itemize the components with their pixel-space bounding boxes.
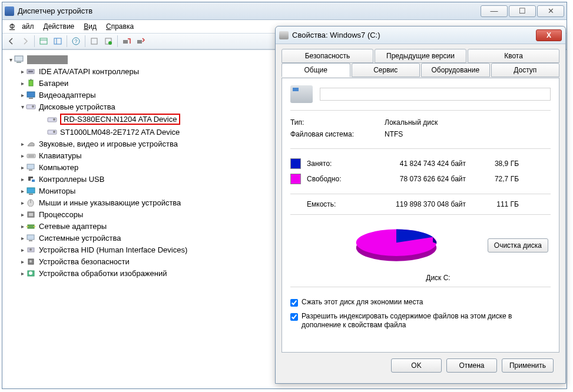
device-manager-titlebar[interactable]: Диспетчер устройств — ☐ ✕ — [2, 2, 567, 20]
svg-rect-15 — [29, 80, 33, 86]
svg-rect-32 — [29, 194, 33, 195]
used-gb: 38,9 ГБ — [478, 160, 519, 168]
svg-rect-12 — [16, 62, 21, 63]
compress-checkbox[interactable] — [290, 299, 298, 307]
properties-titlebar[interactable]: Свойства: Windows7 (C:) X — [276, 26, 565, 44]
type-value: Локальный диск — [385, 118, 438, 127]
svg-rect-41 — [29, 240, 32, 241]
category-label: Мониторы — [39, 187, 75, 195]
free-bytes: 78 073 626 624 байт — [372, 175, 478, 183]
compress-label[interactable]: Сжать этот диск для экономии места — [302, 298, 423, 307]
back-button[interactable] — [5, 35, 18, 48]
category-label: Мыши и иные указывающие устройства — [39, 198, 181, 207]
used-label: Занято: — [307, 160, 372, 168]
category-label: Системные устройства — [39, 234, 121, 242]
toolbar-icon-1[interactable] — [37, 35, 50, 48]
category-icon — [26, 198, 37, 207]
category-label: Клавиатуры — [39, 151, 82, 160]
svg-rect-9 — [123, 40, 128, 44]
svg-rect-37 — [28, 225, 34, 228]
svg-point-20 — [32, 105, 34, 108]
filesystem-value: NTFS — [385, 130, 403, 138]
apply-button[interactable]: Применить — [502, 358, 554, 373]
svg-point-45 — [29, 260, 32, 263]
svg-rect-25 — [27, 154, 35, 158]
category-icon — [26, 210, 37, 219]
category-label: Дисковые устройства — [39, 102, 115, 111]
toolbar-icon-4[interactable] — [88, 35, 101, 48]
used-bytes: 41 824 743 424 байт — [372, 160, 478, 168]
properties-close-button[interactable]: X — [536, 29, 562, 41]
menu-file[interactable]: ФФайлайл — [6, 21, 38, 32]
cancel-button[interactable]: Отмена — [446, 358, 497, 373]
category-label: Контроллеры USB — [39, 175, 104, 184]
category-icon — [26, 221, 37, 231]
category-label: Сетевые адаптеры — [39, 222, 107, 231]
drive-name-input[interactable] — [320, 88, 551, 101]
disk-usage-pie-chart — [343, 223, 449, 264]
menu-view[interactable]: Вид — [80, 21, 100, 32]
svg-point-43 — [29, 248, 32, 251]
category-label: Звуковые, видео и игровые устройства — [39, 139, 178, 148]
toolbar-icon-2[interactable] — [51, 35, 64, 48]
category-label: Компьютер — [39, 163, 78, 172]
maximize-button[interactable]: ☐ — [509, 5, 536, 17]
disk-label: Диск C: — [290, 274, 551, 282]
svg-rect-31 — [27, 188, 35, 193]
tab[interactable]: Общие — [281, 63, 350, 77]
type-label: Тип: — [290, 118, 385, 127]
device-manager-title: Диспетчер устройств — [18, 6, 481, 15]
category-icon — [26, 174, 37, 184]
device-manager-icon — [5, 6, 14, 16]
svg-rect-39 — [34, 226, 35, 227]
svg-point-8 — [108, 41, 112, 45]
category-icon — [26, 151, 37, 160]
category-label: Батареи — [39, 79, 68, 88]
tab[interactable]: Предыдущие версии — [375, 49, 466, 63]
toolbar-icon-5[interactable] — [102, 35, 115, 48]
category-icon — [26, 162, 37, 172]
close-button[interactable]: ✕ — [537, 5, 564, 17]
toolbar-icon-6[interactable] — [120, 35, 133, 48]
svg-rect-36 — [29, 213, 33, 216]
tab[interactable]: Безопасность — [281, 49, 373, 63]
category-label: Устройства безопасности — [39, 257, 130, 266]
minimize-button[interactable]: — — [481, 5, 508, 17]
properties-title: Свойства: Windows7 (C:) — [292, 31, 536, 39]
svg-rect-14 — [28, 71, 33, 72]
index-checkbox[interactable] — [290, 313, 298, 321]
svg-point-24 — [53, 131, 55, 133]
tab[interactable]: Доступ — [491, 63, 560, 77]
category-label: Видеоадаптеры — [39, 91, 96, 99]
menu-action[interactable]: Действие — [40, 21, 78, 32]
category-label: Процессоры — [39, 210, 83, 219]
index-label[interactable]: Разрешить индексировать содержимое файло… — [302, 312, 551, 330]
tab[interactable]: Оборудование — [421, 63, 490, 77]
category-icon — [26, 233, 37, 242]
svg-rect-29 — [29, 170, 32, 171]
properties-window: Свойства: Windows7 (C:) X БезопасностьПр… — [275, 26, 566, 384]
disk-cleanup-button[interactable]: Очистка диска — [488, 238, 548, 253]
menu-help[interactable]: Справка — [102, 21, 137, 32]
category-icon — [26, 268, 37, 278]
tab[interactable]: Сервис — [352, 63, 420, 77]
free-gb: 72,7 ГБ — [478, 175, 519, 183]
capacity-gb: 111 ГБ — [478, 200, 519, 208]
toolbar-icon-7[interactable] — [134, 35, 147, 48]
svg-rect-40 — [27, 235, 34, 240]
tree-root-label: X — [27, 55, 68, 64]
forward-button[interactable] — [19, 35, 32, 48]
svg-rect-6 — [91, 38, 97, 44]
category-label: Устройства HID (Human Interface Devices) — [39, 245, 187, 254]
category-icon — [26, 257, 37, 266]
svg-text:?: ? — [74, 38, 77, 44]
category-icon — [26, 67, 37, 76]
tab[interactable]: Квота — [468, 49, 559, 63]
help-icon[interactable]: ? — [69, 35, 82, 48]
free-label: Свободно: — [307, 175, 372, 183]
computer-icon — [14, 55, 25, 64]
free-color-swatch — [290, 174, 301, 184]
category-icon — [26, 102, 37, 111]
category-label: Устройства обработки изображений — [39, 269, 167, 278]
ok-button[interactable]: OK — [391, 358, 442, 373]
